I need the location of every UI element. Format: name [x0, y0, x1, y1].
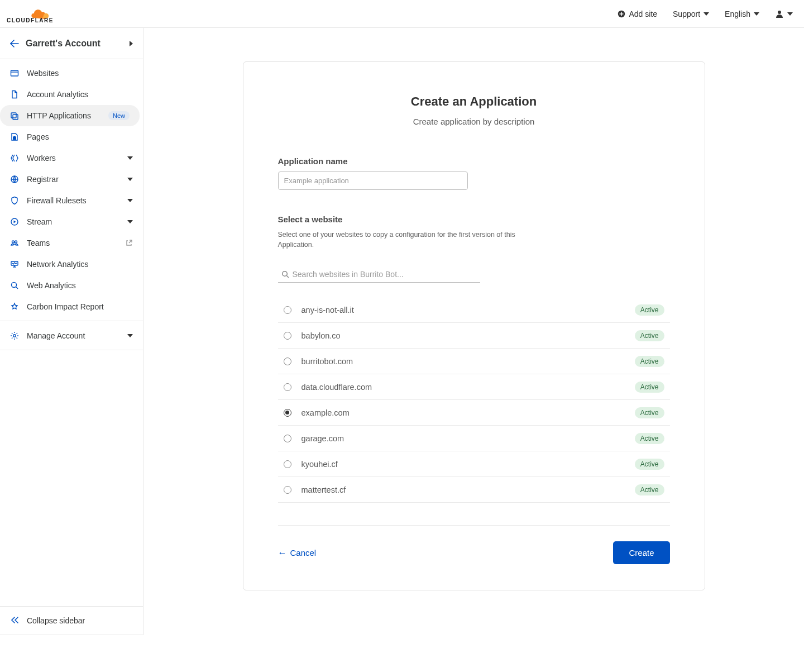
- sidebar-item-http-applications[interactable]: HTTP ApplicationsNew: [0, 105, 140, 126]
- add-site-button[interactable]: Add site: [618, 9, 657, 18]
- website-search[interactable]: [278, 266, 480, 283]
- sidebar-item-label: Registrar: [27, 175, 119, 184]
- sidebar-item-label: HTTP Applications: [27, 111, 100, 120]
- sidebar-item-pages[interactable]: Pages: [0, 126, 143, 147]
- sidebar-item-carbon-impact-report[interactable]: Carbon Impact Report: [0, 296, 143, 317]
- website-search-input[interactable]: [293, 270, 480, 279]
- cloudflare-logo[interactable]: CLOUDFLARE: [7, 4, 65, 24]
- support-dropdown[interactable]: Support: [673, 9, 709, 18]
- svg-rect-5: [13, 115, 18, 120]
- website-row[interactable]: burritobot.comActive: [278, 349, 670, 374]
- app-name-input[interactable]: [278, 171, 468, 190]
- create-button[interactable]: Create: [613, 541, 669, 564]
- divider: [278, 525, 670, 526]
- status-badge: Active: [635, 484, 664, 495]
- language-label: English: [725, 9, 750, 18]
- sidebar-item-workers[interactable]: Workers: [0, 147, 143, 169]
- svg-point-8: [12, 241, 15, 243]
- website-name: burritobot.com: [302, 357, 635, 366]
- doc-icon: [10, 90, 19, 99]
- caret-down-icon: [127, 334, 133, 337]
- create-application-card: Create an Application Create application…: [243, 61, 705, 590]
- gear-icon: [10, 331, 19, 340]
- cancel-label: Cancel: [290, 548, 317, 557]
- website-list: any-is-not-all.itActivebabylon.coActiveb…: [278, 297, 670, 503]
- status-badge: Active: [635, 459, 664, 470]
- nav: WebsitesAccount AnalyticsHTTP Applicatio…: [0, 59, 143, 321]
- sidebar-item-registrar[interactable]: Registrar: [0, 169, 143, 190]
- website-row[interactable]: garage.comActive: [278, 426, 670, 451]
- sidebar-item-network-analytics[interactable]: Network Analytics: [0, 254, 143, 275]
- svg-point-9: [15, 241, 17, 243]
- sidebar-item-firewall-rulesets[interactable]: Firewall Rulesets: [0, 190, 143, 211]
- sidebar-item-stream[interactable]: Stream: [0, 211, 143, 232]
- window-icon: [10, 69, 19, 78]
- user-menu[interactable]: [775, 9, 793, 18]
- main: Create an Application Create application…: [143, 28, 804, 635]
- website-row[interactable]: example.comActive: [278, 400, 670, 426]
- back-arrow-icon: [10, 40, 19, 47]
- radio-button[interactable]: [284, 486, 291, 494]
- status-badge: Active: [635, 330, 664, 341]
- svg-rect-3: [11, 70, 18, 76]
- website-row[interactable]: any-is-not-all.itActive: [278, 297, 670, 323]
- status-badge: Active: [635, 433, 664, 444]
- radio-button[interactable]: [284, 383, 291, 391]
- radio-button[interactable]: [284, 409, 291, 417]
- collapse-sidebar-button[interactable]: Collapse sidebar: [0, 606, 143, 635]
- sidebar-item-label: Pages: [27, 132, 133, 141]
- sidebar-item-teams[interactable]: Teams: [0, 232, 143, 254]
- status-badge: Active: [635, 382, 664, 393]
- caret-down-icon: [704, 12, 709, 16]
- sidebar: Garrett's Account WebsitesAccount Analyt…: [0, 28, 143, 635]
- language-dropdown[interactable]: English: [725, 9, 759, 18]
- website-row[interactable]: data.cloudflare.comActive: [278, 374, 670, 400]
- account-name: Garrett's Account: [26, 39, 130, 49]
- sidebar-item-label: Network Analytics: [27, 260, 133, 269]
- radio-button[interactable]: [284, 332, 291, 340]
- sidebar-item-label: Web Analytics: [27, 281, 133, 290]
- website-row[interactable]: kyouhei.cfActive: [278, 451, 670, 477]
- website-name: any-is-not-all.it: [302, 306, 635, 314]
- radio-button[interactable]: [284, 306, 291, 314]
- radio-button[interactable]: [284, 435, 291, 442]
- sidebar-item-label: Account Analytics: [27, 90, 133, 99]
- sidebar-item-label: Teams: [27, 239, 117, 247]
- caret-down-icon: [787, 12, 793, 16]
- website-name: kyouhei.cf: [302, 460, 635, 469]
- manage-account-label: Manage Account: [27, 331, 119, 340]
- collapse-label: Collapse sidebar: [27, 616, 85, 625]
- account-selector[interactable]: Garrett's Account: [0, 28, 143, 59]
- page-title: Create an Application: [278, 94, 670, 109]
- website-row[interactable]: babylon.coActive: [278, 323, 670, 349]
- caret-down-icon: [754, 12, 759, 16]
- radio-button[interactable]: [284, 358, 291, 365]
- select-website-description: Select one of your websites to copy a co…: [278, 230, 524, 250]
- sidebar-item-manage-account[interactable]: Manage Account: [0, 321, 143, 350]
- svg-point-12: [13, 334, 16, 336]
- status-badge: Active: [635, 407, 664, 418]
- website-name: garage.com: [302, 434, 635, 443]
- page-subtitle: Create application by description: [278, 117, 670, 126]
- radio-button[interactable]: [284, 460, 291, 468]
- select-website-title: Select a website: [278, 215, 670, 224]
- stream-icon: [10, 217, 19, 226]
- sidebar-item-label: Carbon Impact Report: [27, 302, 133, 311]
- sidebar-item-web-analytics[interactable]: Web Analytics: [0, 275, 143, 296]
- sidebar-item-account-analytics[interactable]: Account Analytics: [0, 84, 143, 105]
- sidebar-item-websites[interactable]: Websites: [0, 63, 143, 84]
- chevron-double-left-icon: [10, 616, 19, 626]
- cancel-button[interactable]: ← Cancel: [278, 548, 317, 558]
- website-row[interactable]: mattertest.cfActive: [278, 477, 670, 503]
- user-icon: [775, 9, 784, 18]
- app-name-label: Application name: [278, 156, 670, 166]
- teams-icon: [10, 239, 19, 247]
- svg-point-11: [12, 283, 17, 288]
- sidebar-item-label: Stream: [27, 217, 119, 226]
- website-name: babylon.co: [302, 331, 635, 340]
- website-name: mattertest.cf: [302, 485, 635, 494]
- stack-icon: [10, 111, 19, 120]
- workers-icon: [10, 154, 19, 163]
- support-label: Support: [673, 9, 700, 18]
- website-name: example.com: [302, 408, 635, 417]
